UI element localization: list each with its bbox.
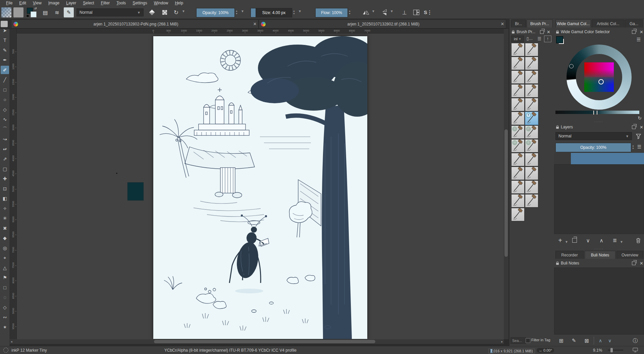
brush-preset[interactable]: M	[511, 139, 525, 153]
bookmark-icon[interactable]: ▯…	[525, 36, 534, 42]
flow-spinner[interactable]: ▲▼	[347, 8, 352, 17]
menu-tools[interactable]: Tools	[113, 0, 129, 6]
mirror-h-dropdown-arrow[interactable]: ▼	[372, 9, 375, 13]
brush-preset[interactable]	[511, 84, 525, 98]
menu-filter[interactable]: Filter	[98, 0, 113, 6]
info-icon[interactable]: ⓘ	[631, 337, 639, 345]
swap-colors-icon[interactable]: ⇄	[34, 7, 37, 10]
layer-properties-button[interactable]: ≣	[610, 236, 619, 245]
document-tab-2[interactable]: arjen 1_20250107132802.tif (268.1 MiB) ✕	[259, 19, 506, 28]
lock-icon[interactable]	[556, 127, 559, 129]
brush-preset[interactable]	[525, 180, 538, 194]
close-icon[interactable]: ✕	[640, 261, 643, 266]
zoom-slider[interactable]	[608, 346, 623, 354]
reset-colors-icon[interactable]	[26, 14, 29, 17]
menu-file[interactable]: File	[3, 0, 16, 6]
tool-multibrush[interactable]: ⇗	[1, 155, 9, 163]
brush-preset-selected[interactable]: T	[525, 112, 538, 125]
edit-note-button[interactable]: ✎	[570, 337, 578, 345]
opacity-slider[interactable]: Opacity: 100%	[196, 8, 235, 17]
menu-select[interactable]: Select	[79, 0, 97, 6]
tool-line[interactable]: ╱	[1, 76, 9, 84]
add-layer-dropdown-arrow[interactable]: ▼	[565, 240, 568, 244]
brush-preset[interactable]	[525, 167, 538, 180]
float-docker-icon[interactable]	[632, 30, 636, 34]
brush-preset[interactable]	[525, 98, 538, 111]
note-up-button[interactable]: ∧	[596, 337, 604, 345]
brush-preset-status-icon[interactable]	[3, 346, 8, 354]
preset-search-input[interactable]: Sea...	[511, 337, 526, 344]
tool-select-shapes[interactable]: ➤	[1, 26, 9, 35]
vertical-scrollbar-thumb[interactable]	[504, 129, 508, 257]
tool-bezier-curve[interactable]: ⌒	[1, 125, 9, 133]
float-docker-icon[interactable]	[540, 30, 544, 34]
duplicate-layer-button[interactable]	[570, 236, 579, 245]
gradient-handle[interactable]	[593, 110, 594, 115]
size-dropdown-arrow[interactable]: ▼	[298, 9, 302, 13]
reload-preset-icon[interactable]: ↻	[172, 7, 180, 17]
size-spinner[interactable]: ▲▼	[292, 8, 296, 17]
layer-opacity-spinner[interactable]: ▲▼	[631, 143, 635, 152]
size-slider[interactable]: Size: 4.00 px	[256, 8, 292, 17]
brush-preset[interactable]	[525, 84, 538, 98]
gradient-handle[interactable]	[596, 110, 598, 115]
eraser-mode-icon[interactable]	[147, 7, 157, 17]
menu-edit[interactable]: Edit	[16, 0, 30, 6]
tool-rectangular-selection[interactable]: □	[1, 283, 9, 292]
menu-image[interactable]: Image	[45, 0, 63, 6]
layer-options-icon[interactable]: ☰	[636, 144, 643, 150]
tool-polyline[interactable]: ∿	[1, 115, 9, 124]
brush-preset[interactable]	[511, 180, 525, 194]
layer-properties-dropdown-arrow[interactable]: ▼	[620, 240, 623, 244]
brush-preset[interactable]	[511, 167, 525, 180]
blending-mode-dropdown[interactable]: Normal ▼	[76, 8, 144, 16]
lock-icon[interactable]	[512, 32, 515, 34]
horizontal-scrollbar[interactable]: ◂ ▸	[10, 339, 504, 344]
tool-edit-shapes[interactable]: ✎	[1, 46, 9, 54]
docker-tab-recorder[interactable]: Recorder	[555, 251, 584, 259]
tool-freehand-selection[interactable]: ∾	[1, 313, 9, 321]
tool-move[interactable]: ✚	[1, 175, 9, 183]
layer-opacity-slider[interactable]: Opacity: 100%	[555, 143, 631, 152]
choose-brush-preset-icon[interactable]: ≋	[52, 7, 62, 17]
current-color-widget[interactable]	[556, 36, 566, 46]
mirror-horizontal-icon[interactable]	[362, 7, 370, 17]
pattern-chooser[interactable]	[13, 7, 23, 17]
brush-preset[interactable]	[511, 208, 525, 221]
tool-freehand-path[interactable]: ↝	[1, 135, 9, 143]
tool-calligraphy[interactable]: ✒	[1, 56, 9, 64]
menu-view[interactable]: View	[30, 0, 45, 6]
close-icon[interactable]: ✕	[547, 30, 550, 35]
tool-text[interactable]: T	[1, 36, 9, 45]
tool-transform[interactable]: ▢	[1, 165, 9, 173]
tool-measure[interactable]: △	[1, 263, 9, 272]
move-layer-up-button[interactable]: ∧	[597, 236, 606, 245]
docker-tab-gamut[interactable]: Ga...	[625, 19, 643, 27]
details-view-icon[interactable]: !	[544, 36, 551, 42]
reload-dropdown-arrow[interactable]: ▼	[182, 9, 185, 13]
lock-icon[interactable]	[556, 32, 559, 34]
background-color-swatch[interactable]	[31, 11, 37, 17]
layer-blending-dropdown[interactable]: Normal ▼	[555, 132, 632, 140]
opacity-spinner[interactable]: ▲▼	[234, 8, 239, 17]
brush-preset[interactable]: F	[525, 125, 538, 139]
vertical-scrollbar[interactable]	[504, 29, 508, 339]
image-dimensions[interactable]: 7,016 x 9,921 (268.1 MiB)	[488, 347, 535, 354]
tool-dynamic-brush[interactable]: ↫	[1, 145, 9, 153]
brush-preset[interactable]	[525, 70, 538, 84]
close-icon[interactable]: ✕	[252, 21, 258, 26]
delete-layer-button[interactable]	[634, 236, 643, 245]
tool-crop[interactable]: ⊡	[1, 184, 9, 193]
tool-fill[interactable]: ◆	[1, 234, 9, 242]
brush-preset[interactable]	[511, 98, 525, 111]
docker-tab-brush-presets[interactable]: Brush Pr...	[527, 19, 553, 27]
brush-preset[interactable]	[525, 194, 538, 208]
lock-icon[interactable]	[556, 263, 559, 265]
mirror-v-dropdown-arrow[interactable]: ▼	[390, 9, 393, 13]
tool-color-sampler[interactable]: ✧	[1, 204, 9, 213]
tool-enclose-fill[interactable]: ◎	[1, 244, 9, 252]
splitter-handle[interactable]: ......	[594, 246, 603, 250]
tool-gradient[interactable]: ◧	[1, 194, 9, 203]
horizontal-scrollbar-thumb[interactable]	[154, 340, 375, 343]
move-layer-down-button[interactable]: ∨	[584, 236, 592, 245]
